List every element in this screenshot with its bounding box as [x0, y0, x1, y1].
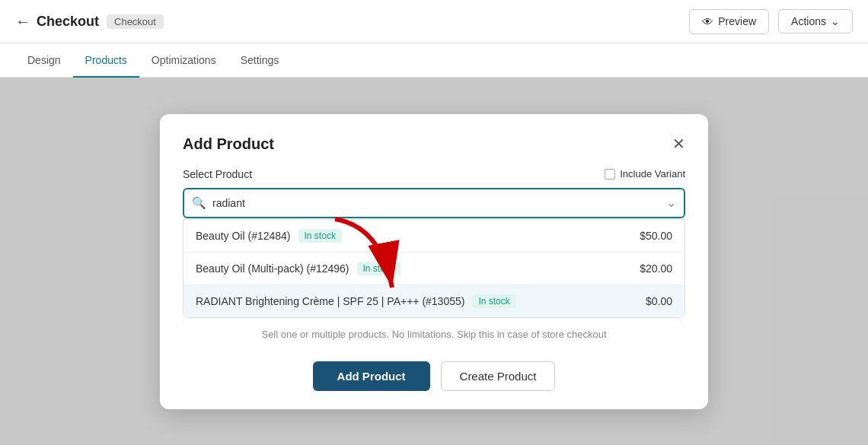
back-button[interactable]: ← Checkout — [15, 13, 107, 30]
chevron-down-icon: ⌄ — [831, 15, 840, 27]
product-name-0: Beauty Oil (#12484) — [196, 230, 291, 242]
preview-label: Preview — [718, 15, 756, 27]
in-stock-badge-2: In stock — [472, 294, 515, 308]
modal-close-button[interactable]: ✕ — [672, 136, 685, 151]
modal-overlay: Add Product ✕ Select Product Include Var… — [0, 78, 868, 445]
modal-header: Add Product ✕ — [183, 135, 685, 153]
product-search-input[interactable] — [212, 197, 666, 209]
in-stock-badge-0: In stock — [298, 229, 342, 243]
in-stock-badge-1: In stock — [357, 262, 400, 275]
top-bar-actions: Preview Actions ⌄ — [689, 9, 853, 34]
include-variant-row: Include Variant — [605, 168, 685, 180]
product-name-1: Beauty Oil (Multi-pack) (#12496) — [196, 262, 349, 275]
include-variant-label: Include Variant — [620, 168, 685, 180]
product-price-2: $0.00 — [646, 295, 672, 307]
modal-subtext: Sell one or multiple products. No limita… — [183, 318, 685, 348]
actions-button[interactable]: Actions ⌄ — [778, 9, 853, 33]
preview-button[interactable]: Preview — [689, 9, 769, 34]
add-product-modal: Add Product ✕ Select Product Include Var… — [160, 114, 708, 409]
tab-optimizations[interactable]: Optimizations — [139, 44, 228, 78]
select-product-label: Select Product — [183, 168, 252, 180]
tab-settings[interactable]: Settings — [228, 44, 292, 78]
page-background: Add Product ✕ Select Product Include Var… — [0, 78, 868, 445]
top-bar: ← Checkout Checkout Preview Actions ⌄ — [0, 0, 868, 43]
product-dropdown-list: Beauty Oil (#12484) In stock $50.00 Beau… — [183, 219, 685, 318]
nav-tabs: Design Products Optimizations Settings — [0, 43, 868, 78]
create-product-button[interactable]: Create Product — [441, 361, 556, 391]
include-variant-checkbox[interactable] — [605, 169, 615, 180]
select-product-row: Select Product Include Variant — [183, 168, 685, 180]
product-item-0[interactable]: Beauty Oil (#12484) In stock $50.00 — [183, 220, 685, 253]
item-left-0: Beauty Oil (#12484) In stock — [196, 229, 342, 243]
page-title: Checkout — [37, 14, 99, 30]
product-item-1[interactable]: Beauty Oil (Multi-pack) (#12496) In stoc… — [183, 253, 685, 285]
item-left-2: RADIANT Brightening Crème | SPF 25 | PA+… — [196, 294, 516, 308]
search-icon: 🔍 — [192, 196, 206, 210]
modal-title: Add Product — [183, 135, 274, 153]
product-price-1: $20.00 — [640, 262, 672, 275]
product-item-2[interactable]: RADIANT Brightening Crème | SPF 25 | PA+… — [183, 285, 685, 317]
modal-footer: Add Product Create Product — [183, 348, 685, 409]
eye-icon — [702, 15, 713, 28]
breadcrumb-badge: Checkout — [107, 14, 164, 29]
product-price-0: $50.00 — [640, 230, 672, 242]
chevron-down-icon[interactable]: ⌄ — [666, 195, 676, 210]
back-arrow-icon: ← — [15, 13, 30, 30]
item-left-1: Beauty Oil (Multi-pack) (#12496) In stoc… — [196, 262, 400, 275]
tab-products[interactable]: Products — [73, 44, 139, 78]
add-product-button[interactable]: Add Product — [313, 361, 430, 391]
actions-label: Actions — [791, 15, 826, 27]
tab-design[interactable]: Design — [15, 44, 73, 78]
search-input-wrap[interactable]: 🔍 ⌄ — [183, 188, 685, 218]
product-name-2: RADIANT Brightening Crème | SPF 25 | PA+… — [196, 295, 464, 307]
